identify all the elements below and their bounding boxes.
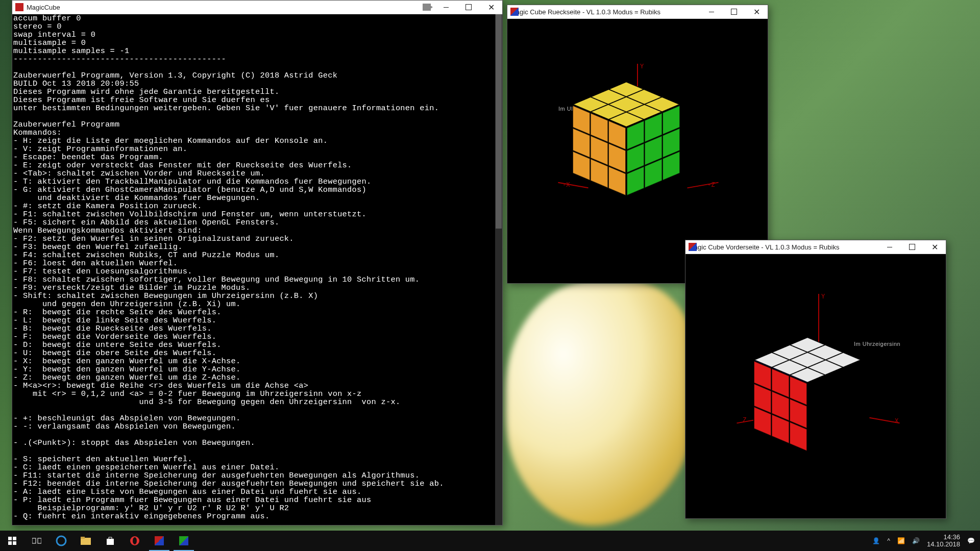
console-text[interactable]: accum buffer 0 stereo = 0 swap interval …: [13, 14, 495, 525]
clock-time: 14:36: [927, 534, 960, 541]
axis-y-label: Y: [640, 63, 644, 70]
maximize-button[interactable]: [457, 1, 480, 14]
close-button[interactable]: [745, 5, 768, 18]
front-title: Magic Cube Vorderseite - VL 1.0.3 Modus …: [689, 243, 878, 251]
console-title: MagicCube: [27, 4, 423, 11]
people-icon[interactable]: 👤: [872, 537, 880, 544]
axis-y-label: Y: [821, 293, 825, 300]
system-tray[interactable]: 👤 ^ 📶 🔊 14:36 14.10.2018 💬: [867, 534, 980, 548]
svg-rect-2: [8, 541, 12, 545]
cube-icon: [689, 243, 697, 251]
maximize-button[interactable]: [901, 240, 923, 254]
console-scrollbar[interactable]: [495, 14, 502, 525]
desktop-background: MagicCube accum buffer 0 stereo = 0 swap…: [0, 0, 980, 551]
minimize-button[interactable]: [878, 240, 901, 254]
back-title: Magic Cube Rueckseite - VL 1.0.3 Modus =…: [510, 8, 700, 16]
front-cube-view[interactable]: Im Uhrzeigersinn Y X Z: [685, 254, 946, 518]
taskbar-clock[interactable]: 14:36 14.10.2018: [927, 534, 960, 548]
opera-icon: [130, 536, 140, 546]
front-titlebar[interactable]: Magic Cube Vorderseite - VL 1.0.3 Modus …: [685, 240, 946, 254]
minimize-button[interactable]: [435, 1, 457, 14]
svg-rect-8: [81, 537, 85, 539]
front-cube-window[interactable]: Magic Cube Vorderseite - VL 1.0.3 Modus …: [685, 240, 946, 519]
console-body: accum buffer 0 stereo = 0 swap interval …: [12, 14, 502, 525]
notifications-icon[interactable]: 💬: [967, 537, 975, 544]
task-view-button[interactable]: [24, 531, 49, 551]
svg-point-11: [133, 537, 137, 544]
windows-icon: [8, 537, 16, 545]
taskbar-magiccube-console[interactable]: [147, 531, 172, 551]
taskbar-store[interactable]: [98, 531, 122, 551]
folder-icon: [81, 537, 91, 545]
axis-neg-z-label: -Z: [707, 181, 715, 188]
console-titlebar[interactable]: MagicCube: [12, 1, 502, 14]
taskbar-edge[interactable]: [49, 531, 74, 551]
back-titlebar[interactable]: Magic Cube Rueckseite - VL 1.0.3 Modus =…: [507, 5, 768, 19]
projector-icon: [423, 4, 431, 11]
app-icon: [15, 3, 23, 11]
axis-neg-x-label: -X: [562, 181, 570, 188]
edge-icon: [56, 535, 67, 546]
taskbar-explorer[interactable]: [74, 531, 98, 551]
scrollbar-thumb[interactable]: [496, 14, 502, 229]
start-button[interactable]: [0, 531, 24, 551]
magiccube-icon: [155, 536, 164, 545]
volume-icon[interactable]: 🔊: [912, 537, 920, 544]
taskbar-magiccube-view[interactable]: [172, 531, 196, 551]
svg-rect-0: [8, 537, 12, 540]
console-window[interactable]: MagicCube accum buffer 0 stereo = 0 swap…: [12, 0, 503, 525]
svg-rect-5: [38, 538, 41, 543]
taskbar-opera[interactable]: [122, 531, 147, 551]
cube-icon: [510, 8, 519, 16]
svg-rect-4: [32, 538, 36, 543]
store-icon: [106, 536, 115, 545]
task-view-icon: [32, 537, 41, 544]
network-icon[interactable]: 📶: [897, 537, 905, 544]
svg-rect-7: [81, 538, 91, 545]
svg-point-6: [57, 536, 66, 545]
tray-chevron-icon[interactable]: ^: [887, 537, 890, 544]
magiccube-view-icon: [179, 536, 188, 545]
maximize-button[interactable]: [723, 5, 745, 18]
axis-x-label: X: [895, 417, 898, 424]
svg-rect-3: [13, 541, 16, 545]
svg-rect-9: [107, 539, 114, 545]
close-button[interactable]: [923, 240, 946, 254]
close-button[interactable]: [480, 1, 502, 14]
axis-z-label: Z: [743, 416, 746, 423]
clock-date: 14.10.2018: [927, 541, 960, 548]
minimize-button[interactable]: [700, 5, 723, 18]
rotation-hint: Im Uhrzeigersinn: [854, 341, 900, 347]
taskbar[interactable]: 👤 ^ 📶 🔊 14:36 14.10.2018 💬: [0, 531, 980, 551]
svg-rect-1: [13, 537, 16, 540]
